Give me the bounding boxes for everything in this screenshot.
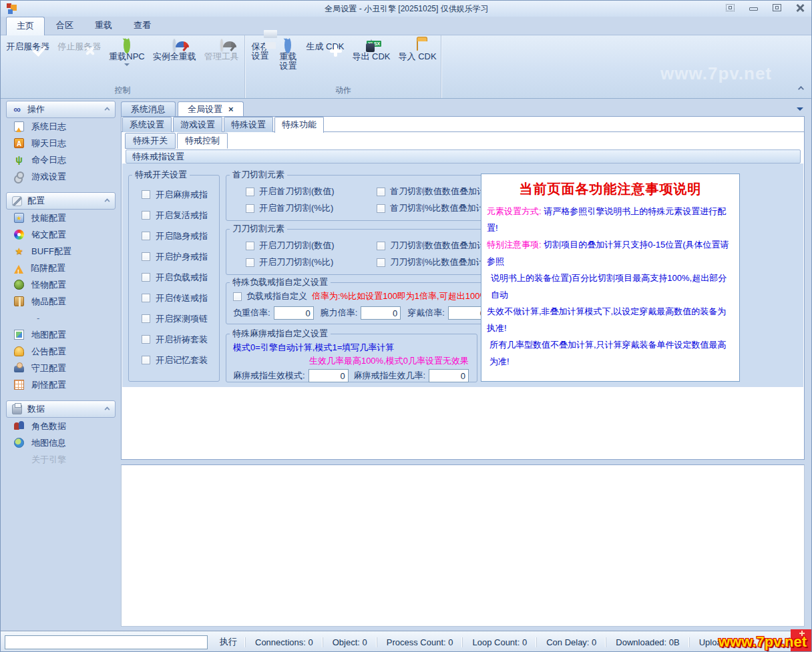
sidebar-item-map-config[interactable]: 地图配置	[6, 326, 116, 343]
chevron-up-icon[interactable]	[105, 198, 110, 204]
sidebar-item-inscription-config[interactable]: 铭文配置	[6, 226, 116, 243]
paralyze-rate-note: 生效几率最高100%,模式0几率设置无效果	[226, 355, 469, 367]
checkbox-every-cut-percent-stack[interactable]	[377, 258, 385, 267]
paralyze-mode-note: 模式0=引擎自动计算,模式1=填写几率计算	[233, 342, 477, 354]
menu-tab-view[interactable]: 查看	[124, 17, 161, 35]
sidebar-item-skill-config[interactable]: ★技能配置	[6, 210, 116, 226]
announce-config-icon	[14, 346, 24, 356]
command-input[interactable]	[5, 635, 208, 649]
checkbox-first-cut-value[interactable]	[246, 188, 254, 196]
message-area	[121, 464, 805, 627]
tab-special-ring-control[interactable]: 特戒控制	[177, 133, 228, 149]
save-settings-button[interactable]: 保存设置	[246, 39, 274, 72]
maximize-icon[interactable]	[773, 4, 781, 11]
chevron-down-icon[interactable]	[124, 63, 130, 69]
execute-button[interactable]: 执行	[212, 636, 245, 648]
generate-cdk-button[interactable]: 生成 CDK	[302, 39, 348, 72]
export-cdk-button[interactable]: XLSX 导出 CDK	[348, 39, 394, 72]
reload-settings-button[interactable]: 重载设置	[274, 39, 302, 72]
sidebar-item-buff-config[interactable]: ★BUFF配置	[6, 243, 116, 260]
trap-config-icon	[14, 260, 23, 274]
paralyze-rate-input[interactable]	[429, 369, 469, 382]
sidebar-item-about-engine: 关于引擎	[6, 451, 116, 468]
sidebar-section-config[interactable]: 配置	[6, 192, 116, 210]
sidebar-item-separator: -	[6, 310, 116, 326]
checkbox-first-cut-value-stack[interactable]	[377, 188, 385, 196]
checkbox-memory-set[interactable]	[142, 356, 150, 364]
tab-list-dropdown-icon[interactable]	[797, 107, 803, 114]
notes-panel: 当前页面各功能注意事项说明 元素设置方式: 请严格参照引擎说明书上的特殊元素设置…	[481, 174, 740, 382]
sidebar-item-chat-log[interactable]: A聊天日志	[6, 135, 116, 151]
weight-multiplier-input[interactable]	[274, 306, 314, 320]
sidebar-item-announce-config[interactable]: 公告配置	[6, 343, 116, 360]
wrist-multiplier-input[interactable]	[361, 306, 401, 320]
sidebar-section-data[interactable]: 数据	[6, 400, 116, 418]
minimize-icon[interactable]	[749, 5, 758, 11]
checkbox-every-cut-value[interactable]	[246, 242, 254, 250]
menu-tab-home[interactable]: 主页	[6, 17, 45, 35]
sidebar-item-role-data[interactable]: 角色数据	[6, 418, 116, 434]
doc-tab-system-messages[interactable]: 系统消息	[121, 101, 176, 116]
start-server-button[interactable]: 开启服务器	[2, 39, 53, 70]
sidebar-item-system-log[interactable]: 系统日志	[6, 118, 116, 135]
sidebar-item-spawn-config[interactable]: 刷怪配置	[6, 376, 116, 393]
checkbox-first-cut-percent[interactable]	[246, 204, 254, 213]
checkbox-teleport-ring[interactable]	[142, 294, 150, 302]
close-icon[interactable]	[796, 4, 805, 11]
tab-system-settings[interactable]: 系统设置	[122, 117, 172, 132]
reload-all-instances-button[interactable]: 实例全重载	[149, 39, 200, 70]
sidebar-item-guard-config[interactable]: 守卫配置	[6, 360, 116, 376]
sidebar-item-command-log[interactable]: ψ命令日志	[6, 151, 116, 168]
tab-special-settings[interactable]: 特殊设置	[224, 117, 273, 132]
layout-icon[interactable]	[726, 4, 735, 11]
checkbox-detect-necklace[interactable]	[142, 314, 150, 323]
close-tab-icon[interactable]: ×	[228, 105, 234, 113]
command-log-icon: ψ	[14, 155, 24, 165]
checkbox-prayer-set[interactable]	[142, 335, 150, 344]
checkbox-load-ring[interactable]	[142, 273, 150, 282]
status-downloaded: Downloaded: 0B	[606, 637, 688, 647]
chevron-up-icon[interactable]	[105, 107, 110, 112]
ribbon-group-action: 保存设置 重载设置 生成 CDK XLSX 导出 CDK 导入 CDK 动作	[246, 35, 441, 98]
checkbox-paralyze-ring[interactable]	[142, 190, 150, 199]
reload-npc-button[interactable]: 重载NPC	[105, 39, 148, 70]
import-cdk-icon	[417, 39, 418, 51]
checkbox-first-cut-percent-stack[interactable]	[377, 204, 385, 213]
watermark: www.7pv.net	[719, 633, 807, 651]
checkbox-load-ring-custom[interactable]	[233, 292, 242, 301]
chevron-up-icon[interactable]	[105, 406, 110, 412]
checkbox-every-cut-value-stack[interactable]	[377, 242, 385, 250]
collapse-ribbon-icon[interactable]	[798, 86, 804, 92]
tab-game-settings[interactable]: 游戏设置	[173, 117, 222, 132]
buff-config-icon: ★	[14, 246, 24, 256]
checkbox-revive-ring[interactable]	[142, 211, 150, 220]
data-icon	[12, 404, 22, 414]
export-cdk-icon: XLSX	[371, 39, 372, 51]
import-cdk-button[interactable]: 导入 CDK	[395, 39, 441, 72]
chat-log-icon: A	[14, 138, 24, 148]
ring-switch-group: 特戒开关设置 开启麻痹戒指 开启复活戒指 开启隐身戒指 开启护身戒指 开启负载戒…	[128, 169, 220, 382]
checkbox-protection-ring[interactable]	[142, 252, 150, 261]
sidebar-section-operations[interactable]: ∞ 操作	[6, 101, 116, 118]
status-object: Object: 0	[323, 637, 377, 647]
sidebar-item-item-config[interactable]: 物品配置	[6, 293, 116, 310]
sidebar-item-monster-config[interactable]: 怪物配置	[6, 276, 116, 293]
paralyze-ring-custom-group: 特殊麻痹戒指自定义设置 模式0=引擎自动计算,模式1=填写几率计算 生效几率最高…	[226, 328, 477, 382]
admin-tools-icon	[220, 39, 223, 51]
sidebar-item-trap-config[interactable]: 陷阱配置	[6, 260, 116, 276]
menu-tab-merge[interactable]: 合区	[46, 17, 83, 35]
settings-tabs: 系统设置 游戏设置 特殊设置 特殊功能	[122, 117, 804, 132]
checkbox-invisibility-ring[interactable]	[142, 232, 150, 240]
sidebar-item-game-settings[interactable]: 游戏设置	[6, 168, 116, 185]
sidebar: ∞ 操作 系统日志 A聊天日志 ψ命令日志 游戏设置 配置 ★技能配置 铭文配置…	[6, 101, 116, 468]
menu-tab-reload[interactable]: 重载	[85, 17, 122, 35]
paralyze-mode-input[interactable]	[309, 369, 349, 382]
doc-tab-global-settings[interactable]: 全局设置 ×	[178, 101, 244, 116]
tab-special-switches[interactable]: 特殊开关	[125, 133, 176, 149]
window-controls	[726, 4, 805, 11]
checkbox-every-cut-percent[interactable]	[246, 258, 254, 267]
tab-special-functions[interactable]: 特殊功能	[274, 117, 324, 133]
sidebar-item-map-info[interactable]: 地图信息	[6, 434, 116, 451]
status-connections: Connections: 0	[245, 637, 323, 647]
config-icon	[12, 196, 22, 206]
